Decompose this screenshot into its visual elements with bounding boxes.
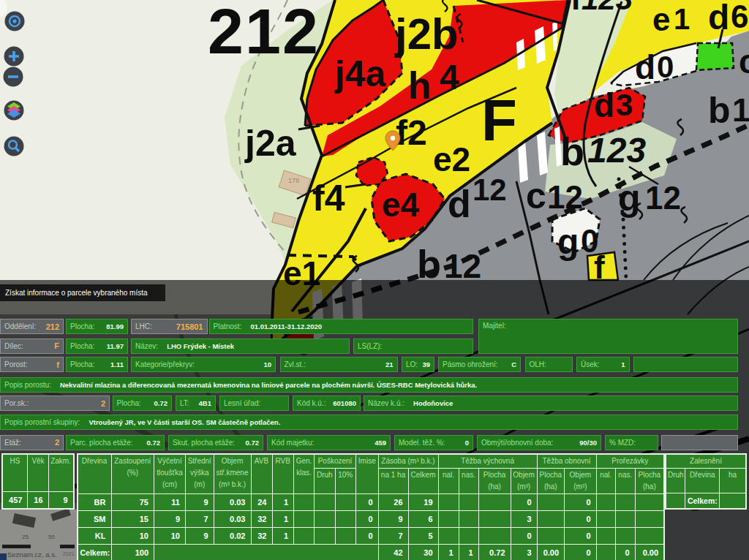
svg-text:c: c [739,42,749,80]
svg-text:178: 178 [288,177,299,184]
svg-text:d: d [448,183,471,225]
svg-text:g: g [618,178,641,219]
svg-text:6: 6 [731,0,748,34]
svg-text:12: 12 [473,173,507,207]
svg-text:0: 0 [657,50,674,84]
svg-text:123: 123 [587,131,646,170]
svg-text:b: b [560,129,584,173]
svg-text:g: g [557,222,579,261]
svg-text:d: d [708,0,729,37]
svg-text:f4: f4 [312,178,345,219]
svg-text:1: 1 [674,3,690,35]
svg-text:1: 1 [732,92,749,128]
svg-text:123: 123 [581,0,633,16]
svg-text:e4: e4 [382,186,420,224]
svg-text:j2b: j2b [394,10,459,58]
svg-text:d: d [635,48,655,86]
svg-text:212: 212 [208,0,320,67]
svg-text:j2a: j2a [244,123,297,164]
svg-text:f: f [571,0,581,16]
svg-text:12: 12 [645,180,681,216]
svg-text:b: b [708,90,731,131]
svg-text:f2: f2 [396,113,427,152]
svg-text:h: h [408,64,432,107]
svg-text:b: b [417,242,441,286]
svg-text:c: c [526,175,546,216]
svg-text:12: 12 [547,179,583,215]
svg-text:e: e [652,1,670,37]
svg-text:F: F [481,88,517,153]
svg-text:e2: e2 [433,140,470,178]
svg-text:3: 3 [616,88,633,122]
svg-text:j4a: j4a [334,53,387,94]
svg-text:4: 4 [440,58,459,97]
svg-text:d: d [594,86,614,124]
